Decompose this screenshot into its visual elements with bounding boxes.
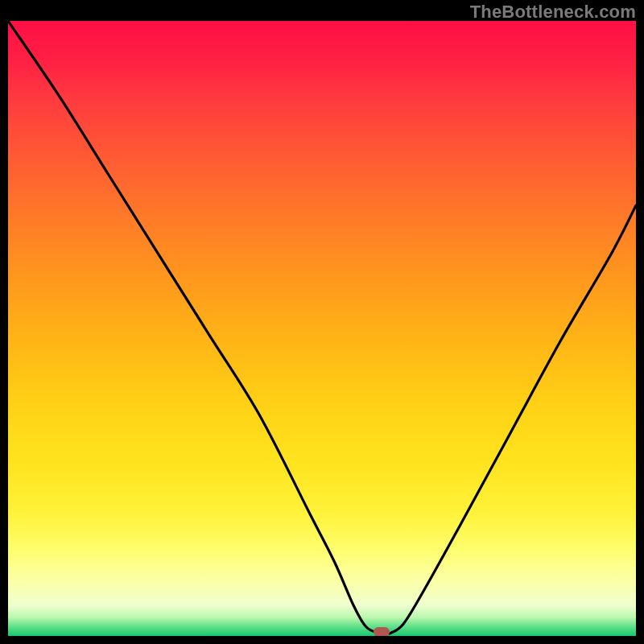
chart-frame: TheBottleneck.com — [0, 0, 644, 644]
plot-area — [8, 21, 636, 636]
watermark-text: TheBottleneck.com — [470, 2, 636, 23]
bottleneck-curve — [8, 21, 636, 636]
optimal-point-marker — [374, 627, 390, 636]
